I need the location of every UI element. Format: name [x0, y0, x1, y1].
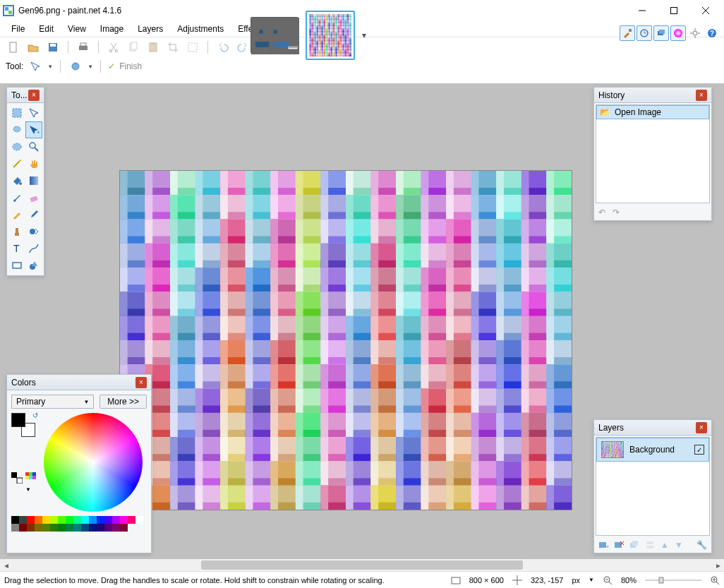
- palette-color[interactable]: [97, 524, 104, 532]
- tool-shapes[interactable]: [25, 257, 42, 274]
- layer-visible-checkbox[interactable]: ✓: [694, 445, 704, 455]
- maximize-button[interactable]: [658, 0, 689, 21]
- palette-color[interactable]: [50, 516, 58, 524]
- scroll-thumb[interactable]: [201, 560, 523, 570]
- selection-mode-button[interactable]: [68, 59, 83, 74]
- new-file-button[interactable]: [6, 40, 21, 55]
- palette[interactable]: [11, 516, 147, 532]
- doc-tab-active[interactable]: [306, 11, 355, 60]
- palette-color[interactable]: [35, 516, 42, 524]
- menu-view[interactable]: View: [62, 23, 92, 35]
- tool-ellipse-select[interactable]: [8, 138, 25, 155]
- palette-color[interactable]: [58, 516, 66, 524]
- help-button[interactable]: ?: [704, 25, 720, 41]
- palette-color[interactable]: [27, 524, 35, 532]
- zoom-slider[interactable]: [645, 575, 701, 585]
- deselect-button[interactable]: [185, 40, 200, 55]
- settings-button[interactable]: [687, 25, 703, 41]
- palette-color[interactable]: [35, 524, 42, 532]
- grid-button[interactable]: [265, 40, 281, 55]
- palette-color[interactable]: [135, 516, 143, 524]
- active-tool-dropdown[interactable]: [28, 59, 43, 74]
- tool-lasso[interactable]: [8, 121, 25, 138]
- cut-button[interactable]: [106, 40, 121, 55]
- more-button[interactable]: More >>: [99, 395, 147, 409]
- canvas[interactable]: [120, 171, 572, 510]
- palette-color[interactable]: [120, 516, 128, 524]
- zoom-out-icon[interactable]: [603, 575, 613, 585]
- layer-up-button[interactable]: ▲: [660, 540, 669, 550]
- layer-add-button[interactable]: +: [598, 540, 608, 550]
- status-units[interactable]: px: [572, 576, 580, 584]
- status-zoom[interactable]: 80%: [621, 576, 636, 584]
- toggle-colors-button[interactable]: [670, 25, 686, 41]
- palette-color[interactable]: [27, 516, 35, 524]
- primary-color[interactable]: [11, 413, 25, 427]
- tool-rect-select[interactable]: [8, 104, 25, 121]
- palette-color[interactable]: [11, 516, 19, 524]
- palette-color[interactable]: [104, 516, 112, 524]
- close-button[interactable]: [689, 0, 721, 21]
- crop-button[interactable]: [165, 40, 181, 55]
- paste-button[interactable]: [145, 40, 161, 55]
- palette-color[interactable]: [89, 524, 97, 532]
- tool-eraser[interactable]: [25, 189, 42, 206]
- menu-layers[interactable]: Layers: [132, 23, 169, 35]
- history-item[interactable]: 📂 Open Image: [596, 105, 709, 119]
- palette-color[interactable]: [19, 524, 27, 532]
- toggle-history-button[interactable]: [636, 25, 652, 41]
- tool-text[interactable]: T: [8, 240, 25, 257]
- palette-color[interactable]: [89, 516, 97, 524]
- ruler-button[interactable]: [285, 40, 301, 55]
- tool-zoom[interactable]: [25, 138, 42, 155]
- palette-color[interactable]: [73, 524, 81, 532]
- menu-adjustments[interactable]: Adjustments: [171, 23, 229, 35]
- copy-button[interactable]: [126, 40, 141, 55]
- save-button[interactable]: [45, 40, 61, 55]
- tool-recolor[interactable]: [25, 223, 42, 240]
- layer-delete-button[interactable]: [614, 540, 624, 550]
- palette-color[interactable]: [81, 516, 89, 524]
- scroll-right-icon[interactable]: ▸: [712, 559, 724, 571]
- toggle-layers-button[interactable]: [653, 25, 669, 41]
- color-target-select[interactable]: Primary ▼: [11, 395, 94, 409]
- palette-menu-button[interactable]: ▼: [25, 472, 37, 493]
- layer-duplicate-button[interactable]: [629, 540, 639, 550]
- tool-move-pixels[interactable]: +: [25, 121, 42, 138]
- palette-color[interactable]: [81, 524, 89, 532]
- palette-color[interactable]: [112, 524, 120, 532]
- palette-color[interactable]: [97, 516, 104, 524]
- palette-color[interactable]: [66, 516, 73, 524]
- menu-image[interactable]: Image: [95, 23, 129, 35]
- palette-color[interactable]: [19, 516, 27, 524]
- redo-button[interactable]: [235, 40, 251, 55]
- layer-merge-button[interactable]: [645, 540, 655, 550]
- history-list[interactable]: 📂 Open Image: [596, 104, 710, 203]
- tool-paint-bucket[interactable]: [8, 172, 25, 189]
- menu-edit[interactable]: Edit: [33, 23, 59, 35]
- history-undo-button[interactable]: ↶: [598, 208, 605, 217]
- palette-color[interactable]: [58, 524, 66, 532]
- tool-rectangle[interactable]: [8, 257, 25, 274]
- palette-color[interactable]: [11, 524, 19, 532]
- close-icon[interactable]: ×: [28, 90, 40, 101]
- layer-item[interactable]: Background ✓: [596, 438, 709, 462]
- minimize-button[interactable]: [626, 0, 658, 21]
- palette-color[interactable]: [128, 516, 135, 524]
- layers-list[interactable]: Background ✓: [596, 437, 710, 536]
- tool-clone-stamp[interactable]: [8, 223, 25, 240]
- tool-pencil[interactable]: [8, 206, 25, 223]
- tool-paintbrush[interactable]: [8, 189, 25, 206]
- tab-dropdown-icon[interactable]: ▾: [362, 30, 366, 40]
- tool-gradient[interactable]: [25, 172, 42, 189]
- layer-properties-button[interactable]: 🔧: [696, 540, 707, 550]
- palette-color[interactable]: [50, 524, 58, 532]
- undo-button[interactable]: [215, 40, 231, 55]
- palette-color[interactable]: [120, 524, 128, 532]
- palette-color[interactable]: [66, 524, 73, 532]
- close-icon[interactable]: ×: [696, 422, 707, 433]
- zoom-in-icon[interactable]: [710, 575, 720, 585]
- tool-color-picker[interactable]: [25, 206, 42, 223]
- tool-pan[interactable]: [25, 155, 42, 172]
- palette-color[interactable]: [104, 524, 112, 532]
